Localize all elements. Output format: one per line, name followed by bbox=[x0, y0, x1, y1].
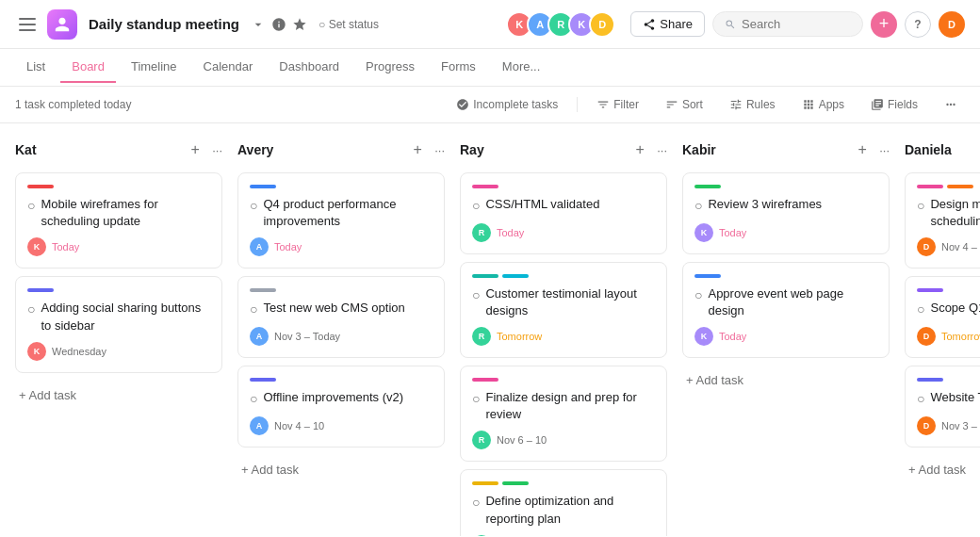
tag-pink bbox=[917, 185, 943, 188]
hamburger-menu[interactable] bbox=[15, 14, 40, 35]
add-task-btn[interactable]: + Add task bbox=[682, 366, 890, 395]
tab-timeline[interactable]: Timeline bbox=[120, 52, 188, 83]
rules-btn[interactable]: Rules bbox=[722, 94, 783, 115]
toolbar: 1 task completed today Incomplete tasks … bbox=[0, 87, 980, 123]
star-icon[interactable] bbox=[292, 17, 307, 32]
card-tags bbox=[694, 274, 877, 278]
task-card[interactable]: ○Test new web CMS optionANov 3 – Today bbox=[237, 276, 445, 358]
card-date: Nov 4 – Today bbox=[941, 241, 980, 252]
tag-teal bbox=[472, 274, 498, 278]
set-status[interactable]: Set status bbox=[318, 18, 379, 31]
task-card[interactable]: ○Scope Q1 upcoming workDTomorrow bbox=[905, 276, 980, 358]
add-task-btn[interactable]: + Add task bbox=[15, 381, 222, 410]
column-add-btn[interactable]: + bbox=[851, 138, 874, 161]
apps-btn[interactable]: Apps bbox=[794, 94, 852, 115]
task-card[interactable]: ○Design mobile wireframes scheduling fea… bbox=[905, 172, 980, 268]
column-add-btn[interactable]: + bbox=[406, 138, 429, 161]
task-card[interactable]: ○Website TrafficDNov 3 – 11 bbox=[905, 366, 980, 448]
filter-btn[interactable]: Filter bbox=[589, 94, 646, 115]
tag-yellow bbox=[472, 481, 498, 485]
user-avatar[interactable]: D bbox=[939, 11, 965, 38]
column-header-avery: Avery + ··· bbox=[237, 138, 445, 172]
column-add-btn[interactable]: + bbox=[184, 138, 206, 161]
search-bar[interactable] bbox=[712, 11, 863, 37]
add-button[interactable]: + bbox=[871, 11, 897, 38]
task-card[interactable]: ○Approve event web page designKToday bbox=[682, 262, 890, 358]
card-tags bbox=[472, 274, 655, 278]
task-card[interactable]: ○Adding social sharing buttons to sideba… bbox=[15, 276, 222, 372]
info-icon[interactable] bbox=[271, 17, 286, 32]
column-ray: Ray + ··· ○CSS/HTML validatedRToday○Cust… bbox=[460, 138, 667, 521]
column-header-ray: Ray + ··· bbox=[460, 138, 667, 172]
column-more-btn[interactable]: ··· bbox=[212, 143, 222, 157]
task-card[interactable]: ○Review 3 wireframesKToday bbox=[682, 172, 890, 254]
card-footer: RToday bbox=[472, 223, 655, 242]
task-card[interactable]: ○CSS/HTML validatedRToday bbox=[460, 172, 667, 254]
share-button[interactable]: Share bbox=[630, 11, 705, 37]
card-tags bbox=[27, 288, 210, 292]
tab-progress[interactable]: Progress bbox=[354, 52, 426, 83]
card-tags bbox=[27, 185, 210, 188]
card-avatar: R bbox=[472, 327, 491, 346]
card-title: ○Offline improvements (v2) bbox=[250, 389, 433, 409]
column-title: Kat bbox=[15, 142, 178, 157]
card-date: Tomorrow bbox=[497, 331, 542, 342]
card-title: ○Define optimization and reporting plan bbox=[472, 493, 655, 527]
card-footer: KToday bbox=[694, 223, 877, 242]
task-card[interactable]: ○Customer testimonial layout designsRTom… bbox=[460, 262, 667, 358]
task-card[interactable]: ○Offline improvements (v2)ANov 4 – 10 bbox=[237, 366, 445, 448]
check-circle-icon: ○ bbox=[472, 197, 480, 216]
card-tags bbox=[250, 185, 433, 188]
incomplete-tasks-btn[interactable]: Incomplete tasks bbox=[449, 94, 565, 115]
search-icon bbox=[725, 18, 736, 31]
column-more-btn[interactable]: ··· bbox=[657, 143, 667, 157]
card-date: Today bbox=[719, 331, 746, 342]
card-avatar: R bbox=[472, 223, 491, 242]
card-title-text: Mobile wireframes for scheduling update bbox=[41, 196, 210, 230]
column-add-btn[interactable]: + bbox=[629, 138, 651, 161]
fields-btn[interactable]: Fields bbox=[863, 94, 925, 115]
tab-more[interactable]: More... bbox=[491, 52, 551, 83]
search-input[interactable] bbox=[742, 17, 851, 31]
sort-icon bbox=[665, 98, 678, 111]
more-options-btn[interactable] bbox=[937, 94, 965, 115]
tab-board[interactable]: Board bbox=[60, 52, 116, 83]
card-avatar: D bbox=[917, 327, 936, 346]
task-card[interactable]: ○Define optimization and reporting planR… bbox=[460, 469, 667, 536]
tab-calendar[interactable]: Calendar bbox=[192, 52, 265, 83]
sort-btn[interactable]: Sort bbox=[658, 94, 710, 115]
column-more-btn[interactable]: ··· bbox=[434, 143, 445, 157]
column-kat: Kat + ··· ○Mobile wireframes for schedul… bbox=[15, 138, 222, 521]
add-task-btn[interactable]: + Add task bbox=[905, 455, 980, 484]
card-title-text: Design mobile wireframes scheduling feat… bbox=[930, 196, 980, 230]
check-circle-icon: ○ bbox=[917, 197, 924, 216]
card-footer: RNov 6 – 10 bbox=[472, 431, 655, 449]
card-title: ○Website Traffic bbox=[917, 389, 980, 409]
card-title-text: Finalize design and prep for review bbox=[485, 389, 655, 423]
card-title: ○Q4 product performance improvements bbox=[250, 196, 433, 230]
tag-green bbox=[694, 185, 721, 188]
card-title-text: Customer testimonial layout designs bbox=[485, 285, 655, 319]
card-title: ○Mobile wireframes for scheduling update bbox=[27, 196, 210, 230]
column-more-btn[interactable]: ··· bbox=[879, 143, 890, 157]
card-tags bbox=[917, 288, 980, 292]
task-card[interactable]: ○Q4 product performance improvementsATod… bbox=[237, 172, 445, 268]
help-button[interactable]: ? bbox=[905, 11, 931, 38]
card-footer: ANov 3 – Today bbox=[250, 327, 433, 346]
card-title: ○Adding social sharing buttons to sideba… bbox=[27, 300, 210, 334]
chevron-down-icon[interactable] bbox=[251, 17, 266, 32]
card-title: ○CSS/HTML validated bbox=[472, 196, 655, 216]
card-date: Tomorrow bbox=[941, 331, 980, 342]
task-card[interactable]: ○Finalize design and prep for reviewRNov… bbox=[460, 366, 667, 462]
column-title: Daniela bbox=[905, 142, 980, 157]
apps-label: Apps bbox=[819, 98, 844, 111]
card-footer: RTomorrow bbox=[472, 327, 655, 346]
add-task-btn[interactable]: + Add task bbox=[237, 455, 445, 484]
tab-forms[interactable]: Forms bbox=[430, 52, 487, 83]
card-avatar: K bbox=[694, 327, 713, 346]
tab-dashboard[interactable]: Dashboard bbox=[268, 52, 351, 83]
column-daniela: Daniela + ··· ○Design mobile wireframes … bbox=[905, 138, 980, 521]
tab-list[interactable]: List bbox=[15, 52, 57, 83]
tag-pink bbox=[472, 378, 498, 382]
task-card[interactable]: ○Mobile wireframes for scheduling update… bbox=[15, 172, 222, 268]
